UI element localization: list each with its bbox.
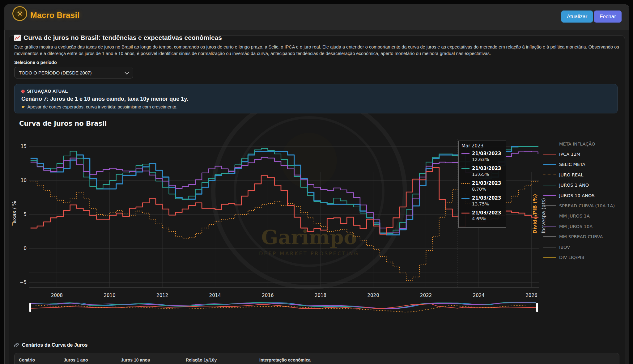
legend-label: JURO REAL [559,172,583,177]
scenario-col-1: Cenário [19,358,35,362]
tooltip-row-juros-1-ano: 21/03/202313.65% [461,165,503,177]
scenario-col-3: Juros 10 anos [121,358,150,362]
legend-item-ibov[interactable]: IBOV [543,242,630,252]
svg-text:2024: 2024 [473,293,485,298]
chart-legend: META INFLAÇÃOIPCA 12MSELIC METAJURO REAL… [543,139,630,263]
legend-item-juros-10-anos[interactable]: JUROS 10 ANOS [543,190,630,201]
legend-label: IBOV [559,245,570,250]
period-select-value: TODO O PERÍODO (DESDE 2007) [19,70,92,75]
legend-item-ipca-12m[interactable]: IPCA 12M [543,149,630,159]
legend-label: DIV LIQ/PIB [559,255,584,260]
legend-label: META INFLAÇÃO [559,142,595,146]
refresh-button[interactable]: Atualizar [561,11,593,23]
legend-item-mm-spread-curva[interactable]: MM SPREAD CURVA [543,232,630,242]
tooltip-value: 13.75% [472,201,501,207]
tooltip-swatch [461,213,469,222]
svg-text:2020: 2020 [367,293,379,298]
legend-label: MM JUROS 1A [559,214,590,218]
legend-swatch [543,144,556,144]
page-description: Este gráfico mostra a evolução das taxas… [14,44,620,57]
svg-text:2010: 2010 [104,293,116,298]
tooltip-swatch [461,168,469,177]
legend-swatch [543,236,556,237]
svg-text:10: 10 [21,178,27,183]
scenarios-table: CenárioJuros 1 anoJuros 10 anosRelação 1… [14,353,619,364]
range-handle-left[interactable] [29,303,31,312]
legend-label: SPREAD CURVA (10A-1A) [559,203,615,208]
legend-swatch [543,175,556,175]
legend-label: JUROS 10 ANOS [559,193,595,198]
legend-item-div-liq-pib[interactable]: DIV LIQ/PIB [543,252,630,262]
svg-text:Taxas / %: Taxas / % [11,201,17,226]
svg-text:5: 5 [23,212,27,217]
svg-text:Dívida/PIB (%): Dívida/PIB (%) [532,194,538,234]
legend-label: SELIC META [559,162,585,167]
tooltip-date: 21/03/2023 [472,210,501,216]
tooltip-date: 21/03/2023 [472,150,501,157]
legend-swatch [543,257,556,258]
scenario-col-5: Interpretação econômica [259,358,311,362]
svg-text:2014: 2014 [209,293,221,298]
svg-text:2016: 2016 [262,293,274,298]
legend-item-juros-1-ano[interactable]: JUROS 1 ANO [543,180,630,190]
legend-swatch [543,226,556,227]
svg-text:2012: 2012 [156,293,168,298]
svg-text:2008: 2008 [51,293,63,298]
tooltip-swatch [461,183,469,192]
close-button[interactable]: Fechar [594,11,622,23]
legend-item-juro-real[interactable]: JURO REAL [543,170,630,180]
tooltip-date: 21/03/2023 [472,195,501,201]
legend-item-spread-curva-10a-1a-[interactable]: SPREAD CURVA (10A-1A) [543,201,630,211]
brand-title: Macro Brasil [30,11,80,20]
tooltip-row-juros-10-anos: 21/03/202312.63% [461,150,503,163]
period-select[interactable]: TODO O PERÍODO (DESDE 2007) [14,67,133,78]
tooltip-value: 8.70% [472,186,501,192]
svg-text:−5: −5 [20,280,27,285]
legend-swatch [543,247,556,248]
range-handle-right[interactable] [536,303,538,312]
svg-text:0: 0 [23,246,27,251]
tooltip-swatch [461,153,469,163]
legend-label: JUROS 1 ANO [559,183,589,188]
scenarios-heading: Cenários da Curva de Juros [14,342,88,348]
tooltip-value: 12.63% [472,157,501,163]
macro-brasil-app: ⚒ Macro Brasil Atualizar Fechar Garimpo … [0,0,633,364]
line-chart-icon [14,35,21,41]
paperclip-icon [14,343,19,348]
svg-text:2026: 2026 [525,293,537,298]
scenario-col-4: Relação 1y/10y [186,358,217,362]
range-selector-chart[interactable] [29,301,538,314]
svg-text:15: 15 [21,144,27,149]
titlebar [4,4,629,30]
legend-item-mm-juros-10a[interactable]: MM JUROS 10A [543,221,630,231]
svg-text:2018: 2018 [315,293,326,298]
tooltip-title: Mar 2023 [461,143,503,149]
legend-swatch [543,216,556,216]
status-scenario: Cenário 7: Juros de 1 e 10 anos caindo, … [21,96,610,102]
page-title-text: Curva de juros no Brasil: tendências e e… [23,34,222,41]
tooltip-date: 21/03/2023 [472,180,501,186]
garimpo-badge-icon: ⚒ [12,6,27,21]
legend-swatch [543,205,556,206]
scenario-col-2: Juros 1 ano [64,358,88,362]
status-heading: SITUAÇÃO ATUAL [21,89,610,94]
page-title: Curva de juros no Brasil: tendências e e… [14,34,222,41]
tooltip-row-juro-real: 21/03/20238.70% [461,180,503,192]
legend-item-mm-juros-1a[interactable]: MM JUROS 1A [543,211,630,221]
legend-item-selic-meta[interactable]: SELIC META [543,159,630,170]
tooltip-value: 13.65% [472,171,501,177]
tooltip-date: 21/03/2023 [472,165,501,171]
chevron-down-icon [125,70,130,74]
tooltip-row-ipca-12m: 21/03/20234.65% [461,210,503,222]
tooltip-row-selic-meta: 21/03/202313.75% [461,195,503,207]
svg-text:2022: 2022 [420,293,432,298]
legend-swatch [543,185,556,185]
pin-icon [21,89,26,94]
legend-swatch [543,195,556,196]
legend-label: MM JUROS 10A [559,224,593,229]
period-select-label: Selecione o período [14,60,57,65]
legend-swatch [543,164,556,165]
legend-item-meta-infla-o[interactable]: META INFLAÇÃO [543,139,630,149]
yield-curve-chart[interactable]: 151050−520082010201220142016201820202022… [0,105,633,321]
legend-swatch [543,154,556,154]
